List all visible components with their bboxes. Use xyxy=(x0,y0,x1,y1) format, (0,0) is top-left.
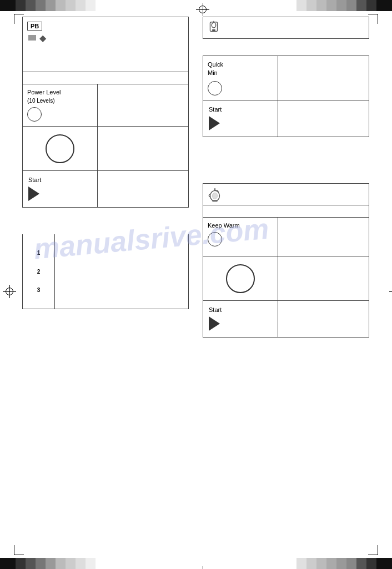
keep-warm-circle-row xyxy=(203,256,369,301)
start-desc-left xyxy=(98,171,188,207)
large-dial-button[interactable] xyxy=(46,134,74,163)
svg-point-7 xyxy=(212,193,217,199)
large-circle-desc xyxy=(98,127,188,170)
keep-warm-row: Keep Warm xyxy=(203,218,369,256)
start-label-left: Start xyxy=(28,177,92,183)
keep-warm-button[interactable] xyxy=(208,232,222,246)
pb-box: PB ◆ xyxy=(22,17,189,72)
start-cell-keep-warm: Start xyxy=(203,301,278,337)
corner-mark-br xyxy=(368,545,378,555)
top-right-icon-box xyxy=(203,17,369,39)
corner-mark-bl xyxy=(14,545,24,555)
quick-min-table: QuickMin Start xyxy=(203,56,369,137)
step-content xyxy=(55,234,188,309)
start-cell-right: Start xyxy=(203,100,278,137)
quick-min-label: QuickMin xyxy=(208,61,273,78)
start-label-keep-warm: Start xyxy=(209,306,272,313)
start-button-left[interactable] xyxy=(28,187,39,201)
start-cell-left: Start xyxy=(23,171,98,207)
start-button-right-top[interactable] xyxy=(209,116,220,130)
keep-warm-large-circle-cell xyxy=(203,256,278,300)
pb-label: PB xyxy=(27,22,42,31)
power-level-label: Power Level xyxy=(27,89,93,95)
large-circle-cell xyxy=(23,127,98,170)
power-level-button[interactable] xyxy=(27,107,42,122)
step-number-1: 1 xyxy=(37,250,41,256)
quick-min-desc xyxy=(278,56,369,100)
right-middle-icon-box xyxy=(203,183,369,205)
water-drop-icon: ◆ xyxy=(39,33,46,43)
step-numbers-col: 1 2 3 xyxy=(23,234,55,309)
step-section-left: 1 2 3 xyxy=(22,234,189,309)
keep-warm-dial-button[interactable] xyxy=(226,264,255,293)
keep-warm-circle-desc xyxy=(278,256,369,300)
corner-mark-tr xyxy=(368,14,378,24)
keep-warm-desc xyxy=(278,218,369,256)
keep-warm-label-bar xyxy=(203,205,369,218)
start-desc-right xyxy=(278,100,369,137)
step-number-2: 2 xyxy=(37,269,41,275)
start-label-right: Start xyxy=(209,106,272,113)
start-row-keep-warm: Start xyxy=(203,301,369,337)
power-level-sublabel: (10 Levels) xyxy=(27,98,93,104)
step-section-inner: 1 2 3 xyxy=(23,234,188,309)
keep-warm-cell: Keep Warm xyxy=(203,218,278,256)
power-level-cell: Power Level (10 Levels) xyxy=(23,84,98,126)
start-row-right: Start xyxy=(203,100,369,137)
power-level-row: Power Level (10 Levels) xyxy=(23,84,188,127)
svg-rect-8 xyxy=(212,200,217,202)
appliance-icon-top xyxy=(206,20,222,36)
quick-min-row: QuickMin xyxy=(203,56,369,100)
power-level-desc xyxy=(98,84,188,126)
keep-warm-label: Keep Warm xyxy=(208,222,273,229)
label-bar-left xyxy=(22,72,189,84)
gray-square-icon xyxy=(28,35,36,41)
start-row-left: Start xyxy=(23,171,188,207)
appliance-icon-middle xyxy=(206,185,224,203)
keep-warm-table: Keep Warm Start xyxy=(203,218,369,338)
svg-point-6 xyxy=(214,188,216,190)
large-circle-row xyxy=(23,127,188,171)
step-number-3: 3 xyxy=(37,287,41,293)
svg-rect-3 xyxy=(212,29,215,32)
left-instruction-table: Power Level (10 Levels) Start xyxy=(22,84,189,208)
svg-point-1 xyxy=(212,23,215,28)
start-button-keep-warm[interactable] xyxy=(209,316,220,331)
quick-min-cell: QuickMin xyxy=(203,56,278,100)
quick-min-button[interactable] xyxy=(208,81,222,95)
start-desc-keep-warm xyxy=(278,301,369,337)
